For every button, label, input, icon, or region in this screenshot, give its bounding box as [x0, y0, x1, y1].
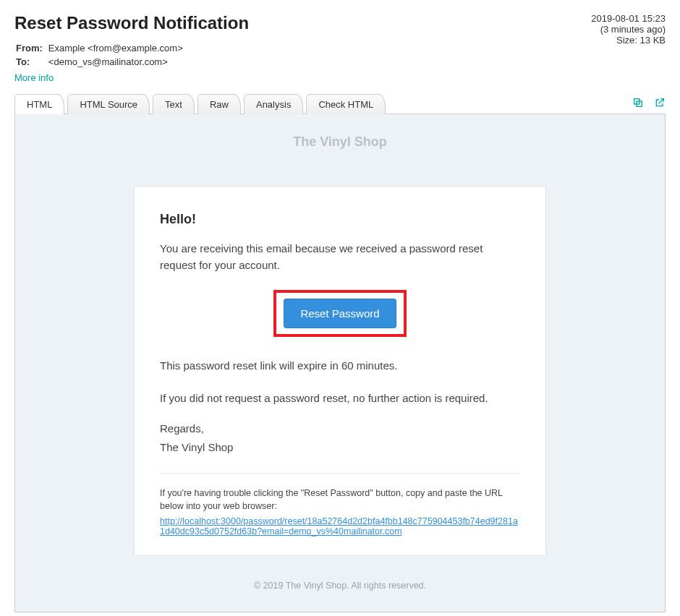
- size-label: Size: 13 KB: [591, 35, 666, 46]
- tab-raw[interactable]: Raw: [197, 94, 241, 114]
- to-label: To:: [16, 56, 47, 68]
- fallback-instructions: If you're having trouble clicking the "R…: [160, 487, 520, 513]
- from-label: From:: [16, 42, 47, 54]
- tab-text[interactable]: Text: [153, 94, 195, 114]
- page-title: Reset Password Notification: [14, 13, 249, 33]
- from-value: Example <from@example.com>: [48, 42, 183, 54]
- more-info-link[interactable]: More info: [14, 72, 54, 83]
- fallback-url-link[interactable]: http://localhost:3000/password/reset/18a…: [160, 516, 520, 536]
- timestamp: 2019-08-01 15:23: [591, 13, 666, 24]
- email-greeting: Hello!: [160, 212, 520, 227]
- copy-icon[interactable]: [632, 97, 644, 111]
- email-regards: Regards,: [160, 422, 520, 435]
- email-divider: [160, 473, 520, 474]
- relative-time: (3 minutes ago): [591, 24, 666, 35]
- to-value: <demo_vs@mailinator.com>: [48, 56, 183, 68]
- tab-check-html[interactable]: Check HTML: [306, 94, 386, 114]
- email-intro-text: You are receiving this email because we …: [160, 240, 520, 274]
- email-footer: © 2019 The Vinyl Shop. All rights reserv…: [15, 556, 665, 604]
- email-noaction-text: If you did not request a password reset,…: [160, 390, 520, 406]
- reset-password-button[interactable]: Reset Password: [284, 299, 396, 328]
- highlight-box: Reset Password: [273, 290, 406, 337]
- open-external-icon[interactable]: [654, 97, 666, 111]
- email-team: The Vinyl Shop: [160, 439, 520, 455]
- email-brand-header: The Vinyl Shop: [15, 114, 665, 186]
- email-expiry-text: This password reset link will expire in …: [160, 357, 520, 374]
- tab-analysis[interactable]: Analysis: [244, 94, 303, 114]
- tab-html-source[interactable]: HTML Source: [67, 94, 150, 114]
- email-preview-pane: The Vinyl Shop Hello! You are receiving …: [14, 114, 666, 612]
- tab-html[interactable]: HTML: [14, 94, 64, 114]
